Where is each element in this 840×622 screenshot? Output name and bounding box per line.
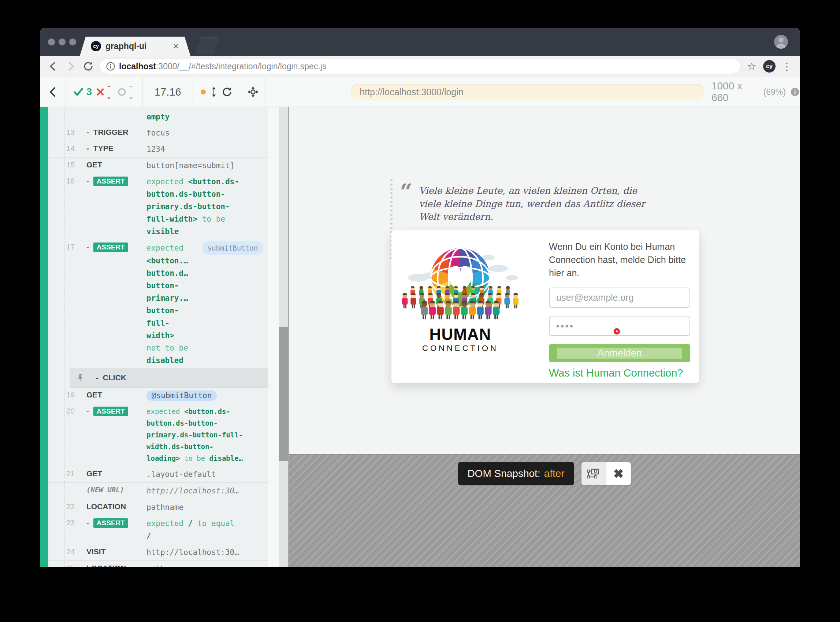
failed-stat: -- [96, 81, 113, 103]
command-method: GET [77, 389, 146, 402]
logo-subtitle: CONNECTION [402, 344, 519, 353]
command-row[interactable]: 22LOCATIONpathname [48, 499, 268, 515]
command-method: GET [77, 159, 146, 172]
what-is-hc-link[interactable]: Was ist Human Connection? [549, 367, 690, 379]
url-path: :3000/__/#/tests/integration/login/login… [156, 61, 326, 71]
bookmark-star-icon[interactable]: ☆ [746, 60, 758, 73]
command-row[interactable]: 16- ASSERTexpected <button.ds-button.ds-… [48, 174, 268, 239]
url-host: localhost [119, 61, 156, 71]
profile-avatar-icon[interactable] [774, 35, 788, 49]
viewport-info: 1000 x 660 (69%) [711, 80, 800, 104]
address-bar[interactable]: localhost:3000/__/#/tests/integration/lo… [100, 59, 740, 74]
snapshot-state: after [544, 468, 565, 480]
command-message: button[name=submit] [146, 159, 268, 172]
reload-icon[interactable] [82, 60, 94, 73]
command-method: - TYPE [77, 143, 146, 156]
command-method: LOCATION [77, 563, 146, 567]
globe-crowd-illustration [402, 240, 519, 323]
forward-icon[interactable] [64, 60, 77, 73]
command-message: pathname [146, 563, 268, 567]
command-row[interactable]: 21GET.layout-default [48, 466, 268, 482]
command-message: pathname [146, 501, 268, 514]
dom-snapshot-tooltip: DOM Snapshot: after [458, 462, 574, 485]
new-tab-button[interactable] [196, 37, 219, 54]
command-method: - CLICK [87, 372, 156, 384]
test-duration: 17.16 [143, 77, 193, 107]
command-method: GET [77, 468, 146, 480]
highlight-toggle-button[interactable] [581, 462, 606, 485]
info-icon[interactable] [790, 87, 800, 97]
command-number: 25 [48, 563, 77, 567]
command-method: (NEW URL) [77, 485, 146, 497]
anmelden-button[interactable]: Anmelden [549, 344, 690, 362]
command-number: 16 [48, 175, 77, 238]
command-number: 21 [48, 468, 77, 480]
tab-close-icon[interactable]: × [172, 41, 180, 51]
close-window-button[interactable] [48, 38, 55, 46]
pin-icon [70, 372, 87, 384]
command-log[interactable]: width> to beempty13- TRIGGERfocus14- TYP… [48, 107, 268, 567]
quote-text: Viele kleine Leute, an vielen kleinen Or… [419, 184, 660, 223]
command-message: expected <button.ds-button.ds-button-pri… [146, 406, 268, 464]
assert-badge: ASSERT [93, 242, 128, 252]
minimize-window-button[interactable] [59, 38, 65, 46]
email-placeholder: user@example.org [556, 292, 634, 303]
app-url-field[interactable]: http://localhost:3000/login [351, 84, 704, 100]
cypress-toolbar: 3 -- -- 17.16 http://local [40, 77, 800, 107]
command-row[interactable]: 14- TYPE1234 [48, 141, 268, 157]
close-icon: ✖ [613, 466, 624, 481]
browser-menu-icon[interactable]: ⋮ [781, 60, 793, 73]
back-to-tests-button[interactable] [40, 77, 66, 107]
window-controls[interactable] [48, 38, 76, 46]
pinned-command-row[interactable]: - CLICK [70, 369, 268, 387]
snapshot-buttons: ✖ [581, 462, 631, 485]
alias-pill[interactable]: @submitButton [146, 390, 217, 401]
passed-stat: 3 [73, 87, 92, 98]
command-row[interactable]: 25LOCATIONpathname [48, 561, 268, 567]
reporter-gutter [268, 107, 279, 567]
browser-navbar: localhost:3000/__/#/tests/integration/lo… [40, 56, 800, 77]
viewport-size: 1000 x 660 [711, 80, 759, 104]
email-field[interactable]: user@example.org [549, 288, 690, 308]
command-message [156, 372, 268, 384]
command-number [48, 107, 77, 123]
x-icon [96, 88, 104, 96]
app-preview: “ Viele kleine Leute, an vielen kleinen … [288, 107, 800, 567]
human-connection-logo: HUMAN CONNECTION [402, 240, 519, 353]
restart-tests-icon[interactable] [222, 87, 233, 98]
password-field[interactable]: •••• [549, 316, 690, 336]
close-snapshot-button[interactable]: ✖ [606, 462, 631, 485]
command-row[interactable]: width> to beempty [48, 107, 268, 125]
highlight-icon [587, 468, 600, 480]
command-row[interactable]: 24VISIThttp://localhost:30… [48, 544, 268, 561]
button-loading-overlay: Anmelden [557, 348, 682, 358]
alias-pill[interactable]: submitButton [202, 241, 263, 255]
browser-tab[interactable]: cy graphql-ui × [80, 37, 190, 56]
command-row[interactable]: 23- ASSERTexpected / to equal/ [48, 515, 268, 544]
selector-playground-button[interactable] [240, 77, 266, 107]
password-dots: •••• [556, 321, 575, 331]
command-row[interactable]: 19GET@submitButton [48, 387, 268, 404]
reporter-scrollbar[interactable] [279, 107, 288, 567]
command-method: LOCATION [77, 501, 146, 514]
command-message: focus [146, 127, 268, 139]
back-icon[interactable] [47, 60, 59, 73]
cypress-extension-icon[interactable]: cy [763, 60, 776, 73]
command-row[interactable]: 17- ASSERTexpectedsubmitButton<button.…b… [48, 239, 268, 369]
snapshot-controls: DOM Snapshot: after [458, 462, 630, 485]
scale-arrows-icon[interactable] [210, 86, 217, 98]
command-row[interactable]: (NEW URL)http://localhost:30… [48, 482, 268, 499]
command-row[interactable]: 15GETbutton[name=submit] [48, 157, 268, 174]
command-number: 17 [48, 241, 77, 367]
command-number [48, 485, 77, 497]
assert-badge: ASSERT [93, 518, 128, 528]
page-info-icon[interactable] [106, 61, 115, 71]
scrollbar-thumb[interactable] [279, 327, 288, 461]
login-intro-text: Wenn Du ein Konto bei Human Connection h… [549, 240, 690, 279]
command-message: http://localhost:30… [146, 546, 268, 559]
command-method: - TRIGGER [77, 127, 146, 139]
command-message: expected / to equal/ [146, 517, 268, 542]
command-row[interactable]: 20- ASSERTexpected <button.ds-button.ds-… [48, 404, 268, 466]
maximize-window-button[interactable] [69, 38, 76, 46]
command-row[interactable]: 13- TRIGGERfocus [48, 125, 268, 141]
